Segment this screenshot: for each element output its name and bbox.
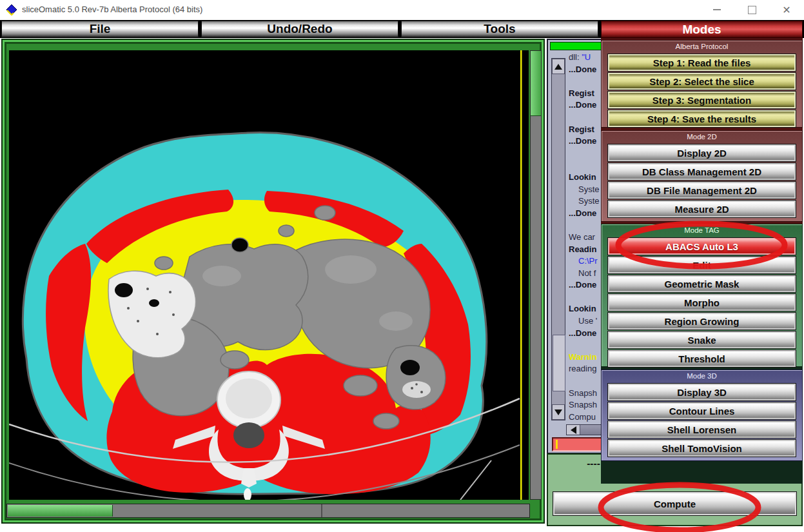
image-vertical-scrollbar-thumb[interactable] — [531, 51, 541, 116]
mode-button-display-2d[interactable]: Display 2D — [608, 144, 796, 161]
menu-button-tools[interactable]: Tools — [401, 21, 598, 37]
menu-button-undo-redo[interactable]: Undo/Redo — [201, 21, 398, 37]
ct-slice-image — [9, 50, 529, 500]
image-vertical-scrollbar[interactable] — [530, 50, 542, 500]
scroll-up-icon[interactable] — [552, 59, 565, 74]
mode-button-contour-lines[interactable]: Contour Lines — [608, 402, 796, 419]
image-viewer-frame — [1, 39, 545, 524]
scroll-down-icon[interactable] — [552, 404, 565, 420]
image-horizontal-scrollbar-thumb[interactable] — [8, 505, 113, 517]
app-logo-icon — [6, 4, 17, 15]
mode-button-display-3d[interactable]: Display 3D — [608, 384, 796, 400]
ct-image-canvas[interactable] — [9, 50, 529, 500]
title-bar: sliceOmatic 5.0 Rev-7b Alberta Protocol … — [0, 0, 804, 19]
compute-button[interactable]: Compute — [553, 492, 796, 515]
scrollbar-divider — [321, 504, 322, 517]
close-icon[interactable]: ✕ — [778, 4, 796, 15]
modes-group-mode-tag: Mode TAGABACS Auto L3EditGeometric MaskM… — [601, 224, 803, 367]
mode-button-shell-tomovision[interactable]: Shell TomoVision — [608, 440, 796, 457]
log-vertical-scrollbar[interactable] — [551, 58, 565, 420]
menu-button-file[interactable]: File — [1, 21, 199, 37]
minimize-icon[interactable] — [708, 4, 726, 15]
mode-button-morpho[interactable]: Morpho — [608, 294, 796, 311]
mode-button-db-file-management-2d[interactable]: DB File Management 2D — [608, 182, 796, 199]
modes-group-mode-2d: Mode 2DDisplay 2DDB Class Management 2DD… — [601, 130, 803, 222]
mode-button-step-4-save-the-results[interactable]: Step 4: Save the results — [608, 110, 796, 127]
mode-button-abacs-auto-l3[interactable]: ABACS Auto L3 — [608, 238, 796, 255]
group-label-mode-3d: Mode 3D — [607, 371, 796, 382]
mode-button-step-2-select-the-slice[interactable]: Step 2: Select the slice — [608, 73, 796, 90]
group-label-mode-2d: Mode 2D — [607, 132, 796, 143]
text-cursor — [556, 440, 558, 449]
mode-button-measure-2d[interactable]: Measure 2D — [608, 201, 796, 217]
mode-button-region-growing[interactable]: Region Growing — [608, 313, 796, 330]
maximize-icon[interactable] — [743, 4, 761, 15]
mode-button-threshold[interactable]: Threshold — [608, 350, 796, 367]
modes-group-mode-3d: Mode 3DDisplay 3DContour LinesShell Lore… — [601, 369, 803, 461]
mode-button-shell-lorensen[interactable]: Shell Lorensen — [608, 421, 796, 438]
group-label-alberta-protocol: Alberta Protocol — [607, 42, 796, 52]
mode-button-step-3-segmentation[interactable]: Step 3: Segmentation — [608, 92, 796, 108]
window-title: sliceOmatic 5.0 Rev-7b Alberta Protocol … — [22, 5, 202, 14]
mode-button-db-class-management-2d[interactable]: DB Class Management 2D — [608, 163, 796, 180]
mode-button-geometric-mask[interactable]: Geometric Mask — [608, 275, 796, 292]
mode-button-step-1-read-the-files[interactable]: Step 1: Read the files — [608, 54, 796, 71]
modes-panel: Modes Alberta ProtocolStep 1: Read the f… — [601, 21, 803, 463]
modes-group-alberta-protocol: Alberta ProtocolStep 1: Read the filesSt… — [601, 40, 803, 128]
profile-line — [520, 50, 522, 500]
image-horizontal-scrollbar[interactable] — [6, 504, 530, 518]
scroll-left-icon[interactable] — [567, 425, 580, 435]
log-scrollbar-thumb[interactable] — [553, 335, 565, 391]
group-label-mode-tag: Mode TAG — [607, 226, 796, 236]
mode-button-edit[interactable]: Edit — [608, 257, 796, 273]
mode-button-snake[interactable]: Snake — [608, 331, 796, 348]
menu-button-modes[interactable]: Modes — [601, 21, 803, 38]
